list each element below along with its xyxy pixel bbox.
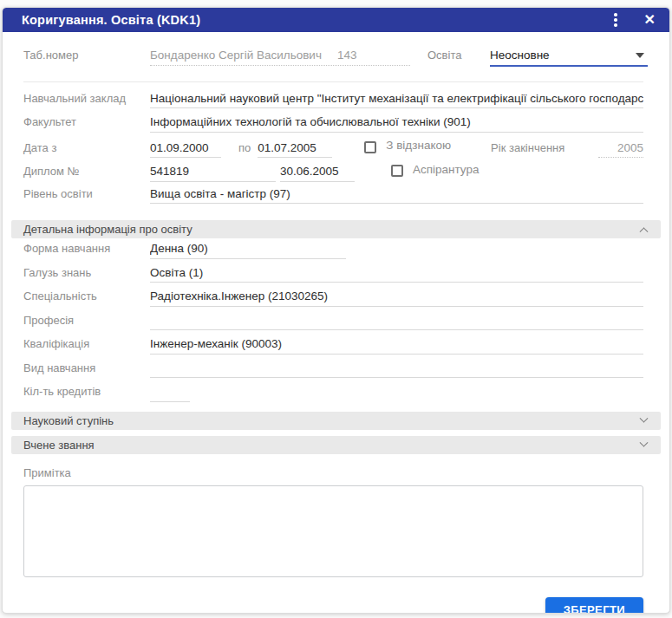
- employee-code: 143: [337, 49, 357, 62]
- section-degree-title: Науковий ступінь: [23, 414, 114, 427]
- credits-row: Кіл-ть кредитів: [23, 385, 643, 409]
- section-scientific-degree[interactable]: Науковий ступінь: [11, 412, 661, 430]
- postgraduate-checkbox-group[interactable]: Аспірантура: [391, 163, 480, 176]
- faculty-label: Факультет: [23, 115, 150, 128]
- detail-fields: Форма навчання Галузь знань Спеціальніст…: [23, 242, 643, 409]
- chevron-down-icon: [640, 414, 649, 423]
- faculty-row: Факультет: [23, 115, 643, 140]
- dates-row: Дата з по З відзнакою Рік закінчення 200…: [23, 139, 643, 163]
- profession-input[interactable]: [150, 313, 643, 330]
- knowledge-field-row: Галузь знань: [23, 265, 643, 289]
- education-level-input[interactable]: [150, 186, 643, 204]
- education-type-value: Неосновне: [490, 49, 550, 62]
- date-to-label: по: [238, 141, 251, 154]
- section-academic-title-label: Вчене звання: [23, 439, 95, 452]
- titlebar-actions: ✕: [611, 10, 656, 29]
- study-form-input[interactable]: [150, 242, 346, 259]
- qualification-input[interactable]: [150, 337, 643, 355]
- section-academic-title[interactable]: Вчене звання: [11, 436, 661, 454]
- dialog-footer: ЗБЕРЕГТИ: [23, 597, 643, 614]
- study-form-label: Форма навчання: [23, 242, 150, 255]
- knowledge-field-label: Галузь знань: [23, 266, 150, 279]
- honors-checkbox[interactable]: [364, 141, 376, 153]
- save-button[interactable]: ЗБЕРЕГТИ: [545, 597, 643, 614]
- kebab-menu-icon[interactable]: [611, 10, 620, 29]
- dialog-body: Таб.номер Бондаренко Сергій Васильович 1…: [3, 32, 669, 614]
- study-type-input[interactable]: [150, 361, 643, 378]
- postgraduate-label: Аспірантура: [413, 163, 480, 176]
- institution-row: Навчальний заклад: [23, 91, 643, 115]
- graduation-year-value: 2005: [598, 141, 643, 158]
- diploma-label: Диплом №: [23, 165, 150, 178]
- tab-number-label: Таб.номер: [23, 49, 150, 62]
- date-from-label: Дата з: [23, 141, 150, 154]
- institution-input[interactable]: [150, 91, 643, 108]
- employee-name: Бондаренко Сергій Васильович: [150, 49, 322, 62]
- credits-label: Кіл-ть кредитів: [23, 385, 150, 398]
- main-fields: Навчальний заклад Факультет Дата з по З …: [23, 91, 643, 211]
- diploma-number-input[interactable]: [150, 165, 276, 182]
- specialty-label: Спеціальність: [23, 289, 150, 302]
- qualification-row: Кваліфікація: [23, 337, 643, 361]
- education-edit-dialog: Коригування. Освіта (KDK1) ✕ Таб.номер Б…: [2, 7, 670, 614]
- diploma-row: Диплом № Аспірантура: [23, 163, 643, 187]
- section-detail-education[interactable]: Детальна інформація про освіту: [11, 220, 661, 238]
- note-label: Примітка: [23, 466, 643, 479]
- diploma-date-input[interactable]: [280, 165, 355, 182]
- education-level-label: Рівень освіти: [23, 187, 150, 200]
- knowledge-field-input[interactable]: [150, 265, 643, 283]
- postgraduate-checkbox[interactable]: [391, 165, 403, 177]
- note-textarea[interactable]: [23, 485, 643, 577]
- chevron-down-icon: [640, 439, 649, 447]
- dialog-titlebar: Коригування. Освіта (KDK1) ✕: [3, 8, 669, 32]
- chevron-up-icon: [640, 227, 649, 236]
- study-type-row: Вид навчання: [23, 361, 643, 385]
- dialog-title: Коригування. Освіта (KDK1): [22, 13, 200, 27]
- employee-name-field[interactable]: Бондаренко Сергій Васильович 143: [150, 49, 410, 66]
- qualification-label: Кваліфікація: [23, 337, 150, 350]
- credits-input[interactable]: [150, 385, 190, 402]
- education-label: Освіта: [427, 49, 490, 62]
- education-type-select[interactable]: Неосновне: [490, 49, 648, 67]
- date-to-input[interactable]: [258, 140, 332, 158]
- honors-label: З відзнакою: [386, 139, 451, 152]
- date-from-input[interactable]: [150, 140, 221, 158]
- dropdown-arrow-icon: [636, 53, 644, 58]
- education-level-row: Рівень освіти: [23, 186, 643, 211]
- specialty-input[interactable]: [150, 289, 643, 307]
- specialty-row: Спеціальність: [23, 289, 643, 314]
- faculty-input[interactable]: [150, 115, 643, 133]
- profession-row: Професія: [23, 313, 643, 337]
- honors-checkbox-group[interactable]: З відзнакою: [364, 139, 451, 152]
- study-type-label: Вид навчання: [23, 361, 150, 374]
- employee-row: Таб.номер Бондаренко Сергій Васильович 1…: [23, 32, 643, 82]
- close-icon[interactable]: ✕: [644, 13, 656, 27]
- profession-label: Професія: [23, 314, 150, 327]
- section-detail-title: Детальна інформація про освіту: [23, 223, 192, 236]
- institution-label: Навчальний заклад: [23, 92, 150, 105]
- study-form-row: Форма навчання: [23, 242, 643, 266]
- screen: Коригування. Освіта (KDK1) ✕ Таб.номер Б…: [0, 0, 672, 618]
- graduation-year-label: Рік закінчення: [491, 141, 564, 154]
